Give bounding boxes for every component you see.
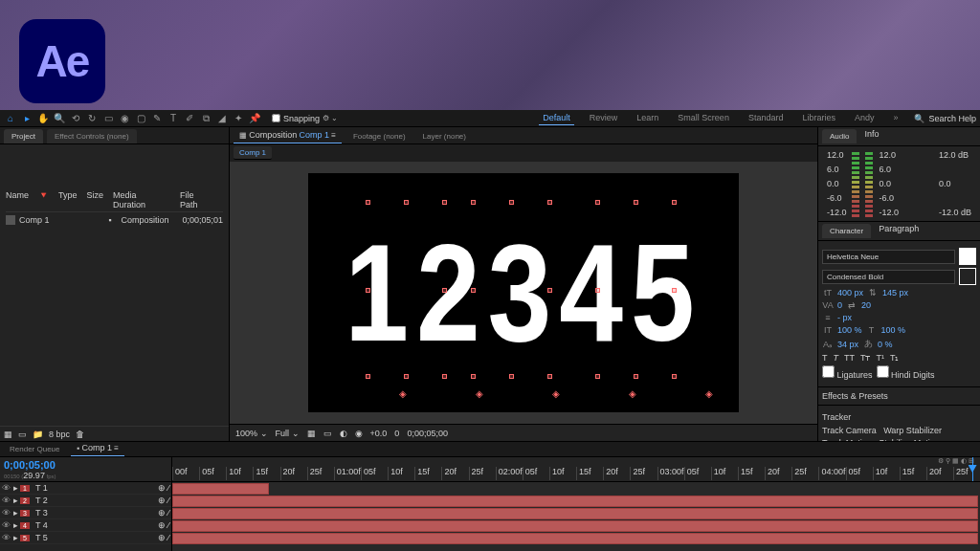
anchor-icon[interactable]: ◈ [399, 388, 407, 399]
workspace-small[interactable]: Small Screen [674, 111, 733, 125]
leading-input[interactable]: 145 px [882, 288, 908, 298]
tsume-input[interactable]: 0 % [878, 340, 893, 349]
info-tab[interactable]: Info [864, 129, 879, 143]
camera-tool-icon[interactable]: ▭ [101, 112, 115, 125]
hindi-toggle[interactable]: Hindi Digits [877, 365, 935, 380]
bold-button[interactable]: T [822, 353, 828, 363]
layer-bars[interactable] [172, 482, 980, 551]
project-tab[interactable]: Project [4, 129, 43, 143]
track-camera-button[interactable]: Track Camera [822, 426, 877, 435]
new-comp-icon[interactable]: ▭ [18, 430, 27, 439]
workspace-standard[interactable]: Standard [745, 111, 788, 125]
project-item[interactable]: Comp 1 ▪ Composition 0;00;05;01 [6, 212, 223, 228]
font-size-input[interactable]: 400 px [837, 288, 863, 298]
layer-list: 👁▸1T 1⊕ ∕ 👁▸2T 2⊕ ∕ 👁▸3T 3⊕ ∕ 👁▸4T 4⊕ ∕ … [0, 482, 172, 551]
layer-row[interactable]: 👁▸2T 2⊕ ∕ [0, 495, 171, 507]
workspace-switcher: Default Review Learn Small Screen Standa… [539, 111, 902, 125]
clone-tool-icon[interactable]: ⧉ [199, 112, 212, 125]
search-help[interactable]: 🔍 Search Help [914, 114, 976, 123]
italic-button[interactable]: T [834, 353, 839, 363]
paragraph-tab[interactable]: Paragraph [879, 224, 919, 238]
render-queue-tab[interactable]: Render Queue [4, 442, 65, 456]
channel-icon[interactable]: ◐ [340, 429, 347, 438]
timeline-ruler[interactable]: ⚙ ⚲ ▦ ◐ ⊞ 00f05f10f15f20f25f 01:00f05f10… [172, 457, 980, 481]
selection-tool-icon[interactable]: ▸ [20, 112, 33, 125]
new-folder-icon[interactable]: 📁 [33, 430, 43, 439]
stroke-swatch[interactable] [959, 268, 976, 285]
layer-row[interactable]: 👁▸3T 3⊕ ∕ [0, 507, 171, 519]
new-bin-icon[interactable]: ▦ [4, 430, 12, 439]
footage-tab[interactable]: Footage (none) [347, 129, 412, 143]
anchor-icon[interactable]: ◈ [552, 388, 560, 399]
font-weight-dropdown[interactable]: Condensed Bold [822, 270, 955, 284]
superscript-button[interactable]: T¹ [877, 353, 885, 363]
mask-icon[interactable]: ▭ [323, 429, 332, 438]
home-icon[interactable]: ⌂ [4, 112, 17, 125]
layer-tab[interactable]: Layer (none) [417, 129, 472, 143]
roto-tool-icon[interactable]: ✦ [232, 112, 245, 125]
composition-tab[interactable]: ▦ Composition Comp 1 ≡ [234, 127, 342, 143]
resolution-dropdown[interactable]: Full ⌄ [276, 429, 300, 438]
exposure-value[interactable]: +0.0 [370, 429, 388, 438]
zoom-dropdown[interactable]: 100% ⌄ [235, 429, 268, 438]
anchor-icon[interactable]: ◈ [629, 388, 636, 399]
canvas[interactable]: 12345 ◈ ◈ ◈ ◈ ◈ [308, 173, 739, 412]
pan-behind-icon[interactable]: ◉ [118, 112, 131, 125]
composition-viewer[interactable]: 12345 ◈ ◈ ◈ ◈ ◈ [230, 162, 817, 424]
effects-presets-tab[interactable]: Effects & Presets [822, 391, 888, 401]
orbit-tool-icon[interactable]: ⟲ [69, 112, 82, 125]
workspace-overflow-icon[interactable]: » [889, 111, 902, 125]
baseline-input[interactable]: 34 px [837, 340, 858, 349]
workspace-libraries[interactable]: Libraries [798, 111, 839, 125]
anchor-icon[interactable]: ◈ [705, 388, 713, 399]
hand-tool-icon[interactable]: ✋ [36, 112, 50, 125]
project-columns: Name🔻 Type Size Media Duration File Path [6, 188, 223, 212]
font-family-dropdown[interactable]: Helvetica Neue [822, 250, 955, 264]
comp-breadcrumb[interactable]: Comp 1 [234, 146, 272, 160]
timecode-icon[interactable]: ◉ [355, 429, 363, 438]
smallcaps-button[interactable]: Tᴛ [860, 353, 871, 363]
rotate-tool-icon[interactable]: ↻ [85, 112, 99, 125]
tracking-input[interactable]: 20 [861, 300, 871, 310]
playhead[interactable] [972, 457, 973, 481]
effect-controls-tab[interactable]: Effect Controls (none) [47, 129, 137, 143]
workspace-review[interactable]: Review [586, 111, 622, 125]
fill-swatch[interactable] [959, 248, 976, 265]
layer-row[interactable]: 👁▸5T 5⊕ ∕ [0, 532, 171, 544]
allcaps-button[interactable]: TT [844, 353, 855, 363]
anchor-icon[interactable]: ◈ [476, 388, 483, 399]
delete-icon[interactable]: 🗑 [76, 430, 84, 439]
ligatures-toggle[interactable]: Ligatures [822, 365, 873, 380]
shape-tool-icon[interactable]: ▢ [134, 112, 147, 125]
viewer-footer: 100% ⌄ Full ⌄ ▦ ▭ ◐ ◉ +0.0 0 0;00;05;00 [230, 424, 817, 441]
timeline-comp-tab[interactable]: ▪ Comp 1 ≡ [71, 440, 123, 456]
snapping-toggle[interactable]: Snapping ⚙ ⌄ [272, 114, 338, 123]
subscript-button[interactable]: T₁ [890, 353, 900, 363]
app-logo: Ae [19, 19, 105, 103]
kerning-input[interactable]: 0 [837, 300, 842, 310]
zoom-tool-icon[interactable]: 🔍 [53, 112, 66, 125]
warp-stabilizer-button[interactable]: Warp Stabilizer [883, 426, 942, 435]
character-tab[interactable]: Character [822, 224, 871, 238]
workspace-andy[interactable]: Andy [851, 111, 879, 125]
pen-tool-icon[interactable]: ✎ [150, 112, 164, 125]
puppet-tool-icon[interactable]: 📌 [248, 112, 261, 125]
workspace-learn[interactable]: Learn [633, 111, 662, 125]
workspace-default[interactable]: Default [539, 111, 574, 125]
current-timecode[interactable]: 0;00;05;00 [4, 459, 167, 471]
brush-tool-icon[interactable]: ✐ [183, 112, 196, 125]
text-tool-icon[interactable]: T [167, 112, 180, 125]
audio-meter-right [865, 150, 873, 217]
layer-row[interactable]: 👁▸1T 1⊕ ∕ [0, 482, 171, 495]
vscale-input[interactable]: 100 % [837, 325, 862, 335]
audio-tab[interactable]: Audio [822, 129, 857, 143]
search-icon: 🔍 [914, 114, 924, 123]
camera-value[interactable]: 0 [394, 429, 399, 438]
hscale-input[interactable]: 100 % [881, 325, 906, 335]
eraser-tool-icon[interactable]: ◢ [215, 112, 229, 125]
layer-row[interactable]: 👁▸4T 4⊕ ∕ [0, 519, 171, 532]
project-footer: ▦ ▭ 📁 8 bpc 🗑 [0, 426, 229, 441]
text-layer-display: 12345 [345, 213, 702, 372]
grid-icon[interactable]: ▦ [307, 429, 316, 438]
timeline-panel: Render Queue ▪ Comp 1 ≡ 0;00;05;00 00150… [0, 441, 980, 551]
